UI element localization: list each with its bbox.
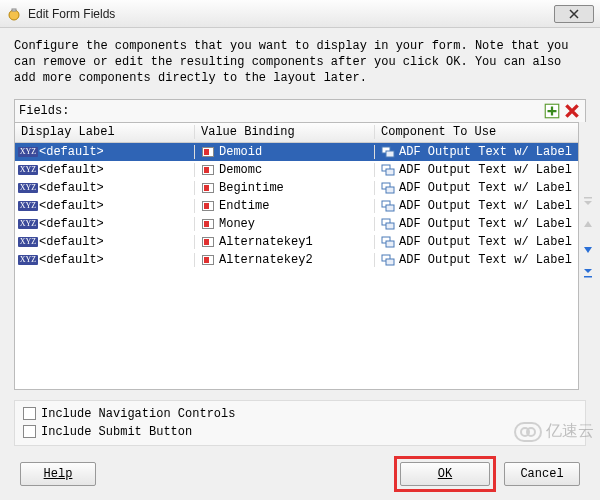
table-row[interactable]: XYZ<default>Alternatekey2ADF Output Text… xyxy=(15,251,578,269)
watermark: 亿速云 xyxy=(514,421,594,442)
component-cell: ADF Output Text w/ Label xyxy=(399,181,572,195)
display-label-cell: <default> xyxy=(39,199,104,213)
component-icon xyxy=(381,182,395,194)
binding-icon xyxy=(201,146,215,158)
fields-table[interactable]: Display Label Value Binding Component To… xyxy=(14,122,579,390)
component-cell: ADF Output Text w/ Label xyxy=(399,199,572,213)
add-field-icon[interactable] xyxy=(543,102,561,120)
binding-icon xyxy=(201,218,215,230)
display-label-cell: <default> xyxy=(39,235,104,249)
table-row[interactable]: XYZ<default>Alternatekey1ADF Output Text… xyxy=(15,233,578,251)
binding-cell: Demoid xyxy=(219,145,262,159)
instruction-text: Configure the components that you want t… xyxy=(14,38,586,87)
table-row[interactable]: XYZ<default>DemomcADF Output Text w/ Lab… xyxy=(15,161,578,179)
label-icon: XYZ xyxy=(21,236,35,248)
svg-rect-1 xyxy=(12,9,16,11)
table-row[interactable]: XYZ<default>MoneyADF Output Text w/ Labe… xyxy=(15,215,578,233)
include-submit-label: Include Submit Button xyxy=(41,425,192,439)
ok-highlight: OK xyxy=(394,456,496,492)
component-icon xyxy=(381,254,395,266)
binding-cell: Alternatekey1 xyxy=(219,235,313,249)
component-icon xyxy=(381,200,395,212)
delete-field-icon[interactable] xyxy=(563,102,581,120)
move-top-icon[interactable] xyxy=(579,192,597,210)
titlebar: Edit Form Fields xyxy=(0,0,600,28)
binding-icon xyxy=(201,182,215,194)
ok-button[interactable]: OK xyxy=(400,462,490,486)
watermark-text: 亿速云 xyxy=(546,421,594,442)
component-cell: ADF Output Text w/ Label xyxy=(399,253,572,267)
fields-label: Fields: xyxy=(19,104,69,118)
binding-cell: Alternatekey2 xyxy=(219,253,313,267)
header-value-binding[interactable]: Value Binding xyxy=(195,125,375,139)
display-label-cell: <default> xyxy=(39,253,104,267)
binding-cell: Money xyxy=(219,217,255,231)
component-icon xyxy=(381,146,395,158)
table-row[interactable]: XYZ<default>DemoidADF Output Text w/ Lab… xyxy=(15,143,578,161)
component-cell: ADF Output Text w/ Label xyxy=(399,217,572,231)
binding-icon xyxy=(201,164,215,176)
binding-icon xyxy=(201,200,215,212)
fields-toolbar: Fields: xyxy=(14,99,586,122)
header-display-label[interactable]: Display Label xyxy=(15,125,195,139)
binding-cell: Demomc xyxy=(219,163,262,177)
table-row[interactable]: XYZ<default>BegintimeADF Output Text w/ … xyxy=(15,179,578,197)
component-icon xyxy=(381,218,395,230)
svg-rect-6 xyxy=(386,169,394,175)
window-title: Edit Form Fields xyxy=(28,7,115,21)
watermark-icon xyxy=(514,422,542,442)
dialog-buttons: Help OK Cancel xyxy=(14,456,586,492)
component-cell: ADF Output Text w/ Label xyxy=(399,145,572,159)
svg-rect-4 xyxy=(386,151,394,157)
options-panel: Include Navigation Controls Include Subm… xyxy=(14,400,586,446)
cancel-button[interactable]: Cancel xyxy=(504,462,580,486)
svg-rect-17 xyxy=(584,197,592,199)
reorder-controls xyxy=(579,122,597,282)
label-icon: XYZ xyxy=(21,218,35,230)
component-cell: ADF Output Text w/ Label xyxy=(399,163,572,177)
binding-icon xyxy=(201,236,215,248)
app-icon xyxy=(6,6,22,22)
label-icon: XYZ xyxy=(21,164,35,176)
svg-rect-14 xyxy=(386,241,394,247)
table-header: Display Label Value Binding Component To… xyxy=(15,123,578,143)
svg-rect-10 xyxy=(386,205,394,211)
display-label-cell: <default> xyxy=(39,181,104,195)
binding-icon xyxy=(201,254,215,266)
component-icon xyxy=(381,236,395,248)
label-icon: XYZ xyxy=(21,182,35,194)
binding-cell: Begintime xyxy=(219,181,284,195)
label-icon: XYZ xyxy=(21,254,35,266)
header-component[interactable]: Component To Use xyxy=(375,125,578,139)
include-nav-checkbox[interactable] xyxy=(23,407,36,420)
label-icon: XYZ xyxy=(21,146,35,158)
display-label-cell: <default> xyxy=(39,217,104,231)
svg-rect-18 xyxy=(584,276,592,278)
svg-rect-16 xyxy=(386,259,394,265)
display-label-cell: <default> xyxy=(39,145,104,159)
binding-cell: Endtime xyxy=(219,199,269,213)
window-close-button[interactable] xyxy=(554,5,594,23)
help-button[interactable]: Help xyxy=(20,462,96,486)
component-icon xyxy=(381,164,395,176)
include-nav-label: Include Navigation Controls xyxy=(41,407,235,421)
table-row[interactable]: XYZ<default>EndtimeADF Output Text w/ La… xyxy=(15,197,578,215)
move-down-icon[interactable] xyxy=(579,240,597,258)
move-bottom-icon[interactable] xyxy=(579,264,597,282)
label-icon: XYZ xyxy=(21,200,35,212)
svg-rect-8 xyxy=(386,187,394,193)
move-up-icon[interactable] xyxy=(579,216,597,234)
include-submit-checkbox[interactable] xyxy=(23,425,36,438)
component-cell: ADF Output Text w/ Label xyxy=(399,235,572,249)
svg-rect-12 xyxy=(386,223,394,229)
display-label-cell: <default> xyxy=(39,163,104,177)
